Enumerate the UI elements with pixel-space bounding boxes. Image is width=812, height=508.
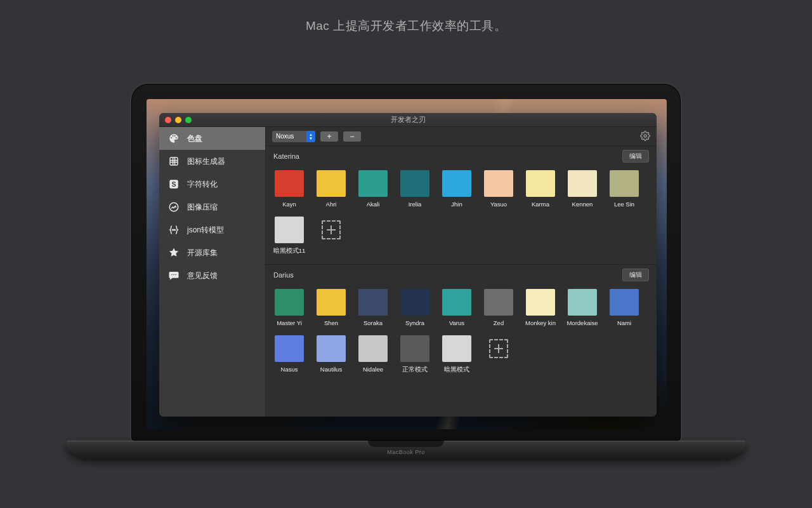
swatch[interactable]: Irelia — [400, 170, 429, 208]
swatch-label: 暗黑模式 — [444, 366, 469, 374]
swatch[interactable]: Mordekaise — [568, 289, 597, 326]
color-chip — [275, 170, 304, 197]
svg-point-4 — [173, 229, 174, 231]
svg-point-6 — [171, 274, 173, 276]
swatch[interactable]: Nidalee — [358, 335, 388, 374]
sidebar-item-label: 色盘 — [187, 133, 202, 144]
color-chip — [317, 335, 346, 362]
swatch[interactable]: Yasuo — [484, 170, 513, 208]
svg-point-3 — [169, 203, 178, 211]
swatch-label: Syndra — [405, 319, 424, 326]
palette-header: Darius编辑 — [266, 264, 657, 285]
laptop-base: MacBook Pro — [67, 441, 745, 458]
remove-group-button[interactable]: − — [343, 131, 361, 142]
color-chip — [317, 289, 346, 316]
letter-s-icon: S — [168, 178, 180, 190]
edit-button[interactable]: 编辑 — [622, 269, 649, 281]
sidebar-item-image-circle[interactable]: 图像压缩 — [159, 196, 265, 218]
color-chip — [275, 289, 304, 316]
swatch-grid: Master YiShenSorakaSyndraVarusZedMonkey … — [266, 285, 657, 383]
swatch[interactable]: Monkey kin — [526, 289, 555, 326]
swatch[interactable]: Shen — [317, 289, 346, 326]
swatch[interactable]: Kennen — [568, 170, 597, 208]
swatch[interactable]: Jhin — [442, 170, 471, 208]
select-stepper-icon: ▲▼ — [306, 131, 315, 142]
braces-icon — [168, 224, 180, 236]
swatch[interactable]: 暗黑模式 — [442, 335, 471, 374]
swatch[interactable]: 正常模式 — [400, 335, 429, 374]
edit-button[interactable]: 编辑 — [622, 150, 649, 163]
palette-group-select[interactable]: Noxus ▲▼ — [272, 131, 315, 142]
swatch[interactable]: Soraka — [358, 289, 388, 326]
sidebar-item-letter-s[interactable]: S字符转化 — [159, 173, 265, 196]
swatch-label: Irelia — [409, 201, 422, 208]
window-title: 开发者之刃 — [159, 115, 657, 124]
plus-icon — [489, 339, 508, 358]
add-swatch-button[interactable] — [317, 217, 346, 255]
swatch[interactable]: Syndra — [400, 289, 429, 326]
color-chip — [275, 335, 304, 362]
add-group-button[interactable]: + — [320, 131, 338, 142]
svg-point-9 — [644, 135, 646, 137]
sidebar-item-palette[interactable]: 色盘 — [159, 127, 265, 150]
toolbar: Noxus ▲▼ + − — [266, 127, 657, 146]
app-window: 开发者之刃 色盘图标生成器S字符转化图像压缩json转模型开源库集意见反馈 No… — [159, 113, 657, 417]
color-chip — [610, 170, 639, 197]
laptop-screen: 开发者之刃 色盘图标生成器S字符转化图像压缩json转模型开源库集意见反馈 No… — [147, 99, 667, 429]
swatch-label: Zed — [494, 319, 504, 326]
sidebar-item-label: 图像压缩 — [187, 202, 218, 213]
swatch[interactable]: Master Yi — [275, 289, 304, 326]
sidebar-item-star[interactable]: 开源库集 — [159, 241, 265, 264]
color-chip — [568, 289, 597, 316]
swatch-label: Kennen — [572, 201, 593, 208]
swatch[interactable]: Zed — [484, 289, 513, 326]
color-chip — [400, 289, 429, 316]
swatch[interactable]: Nautilus — [317, 335, 346, 374]
swatch[interactable]: 暗黑模式11 — [275, 217, 304, 255]
sidebar-item-grid[interactable]: 图标生成器 — [159, 150, 265, 173]
palette-name: Katerina — [273, 152, 299, 160]
svg-rect-0 — [170, 157, 178, 165]
swatch[interactable]: Lee Sin — [610, 170, 639, 208]
color-chip — [442, 335, 471, 362]
add-swatch-button[interactable] — [484, 335, 513, 374]
palette-name: Darius — [273, 271, 294, 279]
swatch-label: Akali — [367, 201, 380, 208]
svg-point-7 — [173, 274, 174, 276]
select-value: Noxus — [276, 133, 294, 140]
swatch[interactable]: Ahri — [317, 170, 346, 208]
swatch[interactable]: Nasus — [275, 335, 304, 374]
color-chip — [442, 170, 471, 197]
svg-point-5 — [174, 229, 176, 231]
swatch-label: Shen — [324, 319, 338, 326]
swatch[interactable]: Varus — [442, 289, 471, 326]
swatch-label: Kayn — [282, 201, 296, 208]
gear-icon[interactable] — [640, 131, 650, 142]
laptop-model-label: MacBook Pro — [387, 449, 425, 455]
color-chip — [400, 335, 429, 362]
swatch[interactable]: Nami — [610, 289, 639, 326]
swatch[interactable]: Karma — [526, 170, 555, 208]
swatch-label: Ahri — [326, 201, 337, 208]
swatch-label: Master Yi — [277, 319, 302, 326]
color-chip — [358, 170, 388, 197]
sidebar-item-braces[interactable]: json转模型 — [159, 218, 265, 241]
swatch-label: Nautilus — [320, 366, 342, 373]
sidebar-item-label: 字符转化 — [187, 179, 218, 190]
palettes-container: Katerina编辑KaynAhriAkaliIreliaJhinYasuoKa… — [266, 146, 657, 417]
swatch[interactable]: Kayn — [275, 170, 304, 208]
laptop-mockup: 开发者之刃 色盘图标生成器S字符转化图像压缩json转模型开源库集意见反馈 No… — [130, 83, 682, 458]
color-chip — [317, 170, 346, 197]
color-chip — [358, 335, 388, 362]
sidebar-item-label: 开源库集 — [187, 248, 218, 258]
swatch-label: 正常模式 — [402, 366, 428, 374]
image-circle-icon — [168, 201, 180, 213]
swatch[interactable]: Akali — [358, 170, 388, 208]
palette-icon — [168, 133, 180, 144]
main-panel: Noxus ▲▼ + − Katerina编辑KaynAhriAkaliIrel… — [266, 127, 657, 417]
color-chip — [358, 289, 388, 316]
sidebar-item-chat[interactable]: 意见反馈 — [159, 264, 265, 287]
sidebar-item-label: 意见反馈 — [187, 271, 218, 281]
swatch-label: Lee Sin — [614, 201, 634, 208]
swatch-label: Nidalee — [363, 366, 383, 373]
